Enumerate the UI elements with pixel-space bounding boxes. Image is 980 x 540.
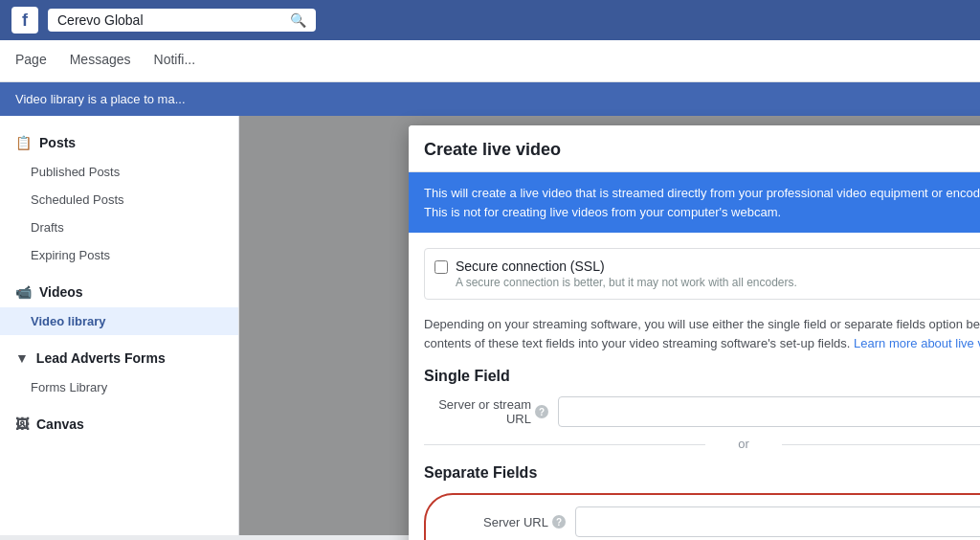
sidebar-section-lead-adverts: ▼ Lead Adverts Forms Forms Library <box>0 343 238 401</box>
server-url-input[interactable] <box>575 506 980 537</box>
search-input[interactable] <box>57 12 282 28</box>
page-nav-messages[interactable]: Messages <box>70 40 131 81</box>
page-nav-page[interactable]: Page <box>15 40 47 81</box>
ssl-row: Secure connection (SSL) A secure connect… <box>424 248 980 300</box>
sidebar-item-published-posts[interactable]: Published Posts <box>0 158 238 186</box>
streaming-description: Depending on your streaming software, yo… <box>424 315 980 352</box>
search-icon: 🔍 <box>290 12 306 28</box>
sidebar-section-videos-label: Videos <box>39 284 83 300</box>
main-layout: 📋 Posts Published Posts Scheduled Posts … <box>0 116 980 535</box>
server-stream-url-label: Server or stream URL ? <box>424 397 548 426</box>
page-nav: Page Messages Notifi... <box>0 40 980 82</box>
sidebar-section-videos-title[interactable]: 📹 Videos <box>0 277 238 307</box>
ssl-checkbox[interactable] <box>434 260 448 274</box>
sidebar-section-lead-adverts-label: Lead Adverts Forms <box>36 350 166 366</box>
videos-icon: 📹 <box>15 284 32 300</box>
page-nav-notifications[interactable]: Notifi... <box>154 40 196 81</box>
sidebar-section-canvas-title[interactable]: 🖼 Canvas <box>0 409 238 439</box>
sidebar-section-posts-label: Posts <box>39 135 76 150</box>
sidebar-section-videos: 📹 Videos Video library <box>0 277 238 335</box>
sidebar-section-canvas: 🖼 Canvas <box>0 409 238 439</box>
search-bar[interactable]: 🔍 <box>48 9 316 32</box>
sidebar-item-video-library[interactable]: Video library <box>0 307 238 335</box>
content-area: Create live video ✕ This will create a l… <box>239 116 980 535</box>
canvas-icon: 🖼 <box>15 416 29 432</box>
fb-logo-icon: f <box>11 7 38 34</box>
ssl-label-group: Secure connection (SSL) A secure connect… <box>456 259 797 289</box>
modal-blue-banner: This will create a live video that is st… <box>409 172 980 233</box>
sidebar-section-posts-title[interactable]: 📋 Posts <box>0 127 238 158</box>
single-field-title: Single Field <box>424 368 980 385</box>
sidebar-item-scheduled-posts[interactable]: Scheduled Posts <box>0 186 238 214</box>
learn-more-link[interactable]: Learn more about live video <box>854 336 980 350</box>
posts-icon: 📋 <box>15 135 32 150</box>
server-url-info-icon2[interactable]: ? <box>552 515 566 529</box>
ssl-label: Secure connection (SSL) <box>456 259 797 274</box>
separate-fields-title: Separate Fields <box>424 464 980 482</box>
top-nav: f 🔍 <box>0 0 980 40</box>
sidebar-section-lead-adverts-title[interactable]: ▼ Lead Adverts Forms <box>0 343 238 373</box>
sidebar-item-forms-library[interactable]: Forms Library <box>0 373 238 401</box>
server-url-label: Server URL ? <box>441 515 566 529</box>
server-url-info-icon[interactable]: ? <box>535 405 548 418</box>
separate-fields-section: Server URL ? Stream key ? <box>424 493 980 540</box>
modal-header: Create live video ✕ <box>409 125 980 172</box>
sidebar-section-posts: 📋 Posts Published Posts Scheduled Posts … <box>0 127 238 269</box>
server-stream-url-row: Server or stream URL ? <box>424 396 980 427</box>
modal-body: Secure connection (SSL) A secure connect… <box>409 233 980 540</box>
create-live-video-modal: Create live video ✕ This will create a l… <box>409 125 980 540</box>
sidebar: 📋 Posts Published Posts Scheduled Posts … <box>0 116 239 535</box>
ssl-sublabel: A secure connection is better, but it ma… <box>456 276 797 289</box>
sidebar-section-canvas-label: Canvas <box>36 416 84 432</box>
video-library-banner: Video library is a place to ma... <box>0 82 980 116</box>
modal-title: Create live video <box>424 140 561 160</box>
lead-adverts-icon: ▼ <box>15 350 29 366</box>
sidebar-item-expiring-posts[interactable]: Expiring Posts <box>0 241 238 269</box>
server-url-row: Server URL ? <box>441 506 980 537</box>
server-stream-url-input[interactable] <box>558 396 980 427</box>
or-divider: or <box>424 437 980 451</box>
sidebar-item-drafts[interactable]: Drafts <box>0 214 238 241</box>
